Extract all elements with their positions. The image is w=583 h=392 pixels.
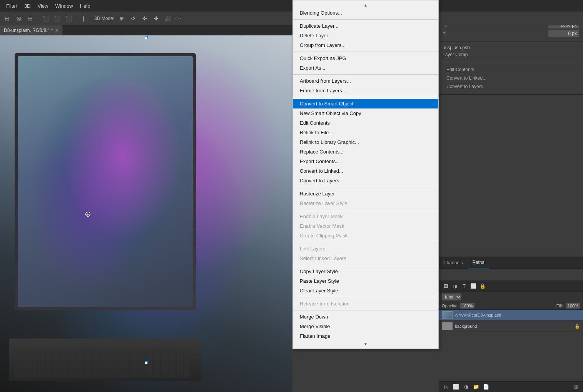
context-menu-scroll-up[interactable]: ▲ — [293, 2, 438, 8]
align-left-icon[interactable]: ⊟ — [3, 14, 12, 23]
layers-toolbar: 🖼 ◑ T ⬜ 🔒 — [439, 280, 583, 292]
filter-shape-icon[interactable]: ⬜ — [469, 282, 477, 290]
ctx-separator-24 — [293, 265, 438, 265]
ctx-separator-27 — [293, 297, 438, 297]
distribute-center-v-icon[interactable]: ⬛ — [53, 14, 61, 23]
adjustment-icon[interactable]: ◑ — [462, 383, 470, 391]
layer-comp-row: Layer Comp — [443, 52, 579, 57]
ctx-item-29[interactable]: Merge Visible — [293, 322, 438, 331]
distribute-top-icon[interactable]: ⬛ — [41, 14, 50, 23]
ctx-separator-4 — [293, 52, 438, 52]
opacity-row: Opacity: 100% Fill: 100% — [439, 302, 583, 310]
convert-to-linked-button[interactable]: Convert to Linked... — [443, 74, 579, 82]
3d-zoom-icon[interactable]: 🎥 — [164, 14, 172, 23]
layer-name-1: background — [455, 324, 572, 329]
new-layer-icon[interactable]: 📄 — [482, 383, 490, 391]
ctx-item-20: Enable Vector Mask — [293, 221, 438, 231]
context-menu-scroll-down[interactable]: ▼ — [293, 341, 438, 347]
3d-slide-icon[interactable]: ✤ — [152, 14, 160, 23]
ctx-item-22: Link Layers — [293, 244, 438, 254]
new-group-icon[interactable]: 📁 — [472, 383, 480, 391]
fill-value[interactable]: 100% — [566, 303, 580, 309]
file-name: unsplash.psb — [443, 45, 470, 50]
ctx-item-24[interactable]: Copy Layer Style — [293, 267, 438, 276]
layer-row-1[interactable]: background 🔒 — [439, 321, 583, 332]
ctx-item-21: Create Clipping Mask — [293, 231, 438, 240]
canvas-image: ⊕ — [0, 35, 292, 392]
ctx-separator-19 — [293, 210, 438, 210]
ctx-item-7[interactable]: Frame from Layers... — [293, 86, 438, 95]
ctx-item-10[interactable]: Edit Contents — [293, 118, 438, 128]
selection-handle-bottom[interactable] — [145, 361, 148, 364]
menu-filter[interactable]: Filter — [3, 2, 20, 10]
layer-thumb-0 — [442, 311, 453, 319]
filter-text-icon[interactable]: T — [460, 282, 468, 290]
channels-tab[interactable]: Channels — [439, 257, 468, 269]
context-menu: ▲ Blending Options...Duplicate Layer...D… — [292, 0, 439, 349]
laptop-keyboard — [15, 349, 190, 378]
ctx-separator-17 — [293, 187, 438, 187]
ctx-item-0[interactable]: Blending Options... — [293, 8, 438, 18]
screen-content — [18, 56, 193, 307]
ctx-item-25[interactable]: Paste Layer Style — [293, 276, 438, 286]
ctx-separator-8 — [293, 97, 438, 97]
layers-filter-select[interactable]: Kind — [442, 294, 461, 300]
ctx-item-6[interactable]: Artboard from Layers... — [293, 76, 438, 86]
ctx-item-3[interactable]: Group from Layers... — [293, 40, 438, 50]
filter-adjust-icon[interactable]: ◑ — [451, 282, 459, 290]
ctx-item-8[interactable]: Convert to Smart Object — [293, 99, 438, 108]
doc-tab-name: D8-unsplash, RGB/8# — [4, 28, 49, 33]
toolbar-sep-1 — [38, 15, 38, 22]
edit-contents-button[interactable]: Edit Contents — [443, 65, 579, 74]
selection-handle-top[interactable] — [145, 36, 148, 39]
opacity-value[interactable]: 100% — [460, 303, 474, 309]
3d-pan-icon[interactable]: ✛ — [140, 14, 149, 23]
menu-help[interactable]: Help — [77, 2, 94, 10]
delete-layer-icon[interactable]: 🗑 — [571, 383, 580, 391]
ctx-item-9[interactable]: New Smart Object via Copy — [293, 108, 438, 118]
distribute-bottom-icon[interactable]: ⬛ — [64, 14, 73, 23]
filter-smart-icon[interactable]: 🔒 — [479, 282, 486, 290]
doc-tab[interactable]: D8-unsplash, RGB/8# * ✕ — [0, 25, 63, 35]
toolbar-sep-2 — [76, 15, 76, 22]
doc-tab-bar: D8-unsplash, RGB/8# * ✕ — [0, 25, 292, 35]
ctx-item-2[interactable]: Delete Layer — [293, 31, 438, 40]
canvas-background: ⊕ — [0, 35, 292, 392]
ctx-item-5[interactable]: Export As... — [293, 63, 438, 73]
ctx-item-28[interactable]: Merge Down — [293, 312, 438, 322]
actions-section: Edit Contents Convert to Linked... Conve… — [439, 62, 583, 94]
y-value[interactable]: 0 px — [548, 30, 579, 37]
doc-tab-close[interactable]: ✕ — [55, 28, 58, 33]
3d-orbit-icon[interactable]: ⊕ — [117, 14, 126, 23]
file-section: unsplash.psb Layer Comp — [439, 42, 583, 62]
ctx-item-15[interactable]: Convert to Linked... — [293, 166, 438, 176]
paths-tab[interactable]: Paths — [468, 257, 489, 269]
3d-roll-icon[interactable]: ↺ — [129, 14, 137, 23]
align-center-h-icon[interactable]: ⊠ — [15, 14, 23, 23]
layer-name-0: -yNvVnPcurD8-unsplash — [455, 313, 580, 317]
ctx-item-30[interactable]: Flatten Image — [293, 331, 438, 341]
menu-view[interactable]: View — [35, 2, 52, 10]
ctx-item-23: Select Linked Layers — [293, 254, 438, 263]
channels-paths-tabs: Channels Paths — [439, 257, 583, 269]
layer-row-0[interactable]: -yNvVnPcurD8-unsplash — [439, 310, 583, 321]
ctx-separator-1 — [293, 19, 438, 20]
convert-to-layers-button[interactable]: Convert to Layers — [443, 82, 579, 91]
filter-pixel-icon[interactable]: 🖼 — [442, 282, 449, 290]
toolbar-more-icon[interactable]: ··· — [175, 15, 181, 22]
fx-icon[interactable]: fx — [442, 383, 450, 391]
menu-window[interactable]: Window — [52, 2, 76, 10]
ctx-item-13[interactable]: Replace Contents... — [293, 147, 438, 157]
ctx-item-12[interactable]: Relink to Library Graphic... — [293, 137, 438, 147]
ctx-item-1[interactable]: Duplicate Layer... — [293, 21, 438, 31]
ctx-item-14[interactable]: Export Contents... — [293, 157, 438, 166]
ctx-item-4[interactable]: Quick Export as JPG — [293, 53, 438, 63]
ctx-item-11[interactable]: Relink to File... — [293, 128, 438, 137]
align-right-icon[interactable]: ⊟ — [26, 14, 35, 23]
menu-3d[interactable]: 3D — [21, 2, 34, 10]
ctx-item-26[interactable]: Clear Layer Style — [293, 286, 438, 295]
ctx-item-17[interactable]: Rasterize Layer — [293, 189, 438, 199]
3d-rotate-icon[interactable]: | — [79, 14, 88, 23]
add-mask-icon[interactable]: ⬜ — [452, 383, 460, 391]
ctx-item-16[interactable]: Convert to Layers — [293, 176, 438, 185]
